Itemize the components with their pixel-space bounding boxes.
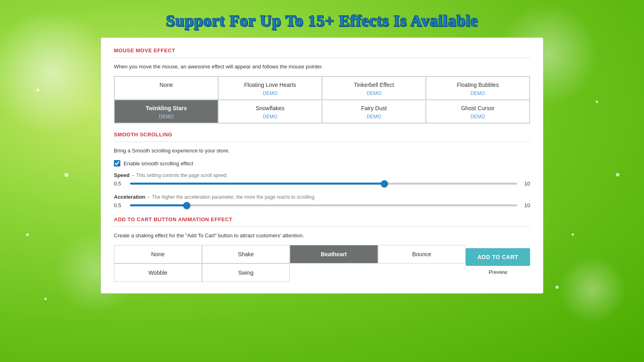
dot-decor xyxy=(616,173,619,177)
dot-decor xyxy=(555,286,559,289)
cart-btn-wobble[interactable]: Wobble xyxy=(114,263,202,282)
effect-none[interactable]: None xyxy=(114,76,218,100)
cart-row-2: Wobble Swing xyxy=(114,263,466,282)
effect-fairy-dust-demo[interactable]: DEMO xyxy=(367,114,381,119)
cart-btn-swing[interactable]: Swing xyxy=(202,263,290,282)
page-title: Support For Up To 15+ Effects Is Availab… xyxy=(0,0,644,37)
dot-decor xyxy=(596,101,598,103)
dot-decor xyxy=(36,88,39,92)
effect-floating-bubbles-demo[interactable]: DEMO xyxy=(471,90,485,96)
cart-btn-beatheart[interactable]: Beatheart xyxy=(290,245,378,263)
main-panel: MOUSE MOVE EFFECT When you move the mous… xyxy=(101,37,543,294)
cart-animation-section: ADD TO CART BUTTON ANIMATION EFFECT Crea… xyxy=(114,216,530,282)
dot-decor xyxy=(44,298,47,300)
accel-label: Acceleration xyxy=(114,194,145,200)
smooth-scrolling-checkbox[interactable] xyxy=(114,160,120,167)
effect-twinkling-stars-demo[interactable]: DEMO xyxy=(159,114,173,119)
smooth-scrolling-desc: Bring a Smooth scrolling experience to y… xyxy=(114,148,530,154)
cart-layout: None Shake Beatheart Bounce Wobble Swing… xyxy=(114,245,530,282)
speed-max: 10 xyxy=(522,181,530,187)
accel-desc: The higher the acceleration parameter, t… xyxy=(152,194,316,200)
effect-twinkling-stars[interactable]: Twinkling Stars DEMO xyxy=(114,100,218,123)
speed-label: Speed xyxy=(114,172,130,178)
effect-floating-bubbles-label: Floating Bubbles xyxy=(457,82,499,88)
dot-decor xyxy=(64,173,68,177)
speed-slider-section: Speed - This setting controls the page s… xyxy=(114,172,530,187)
mouse-effect-desc: When you move the mouse, an awesome effe… xyxy=(114,64,530,70)
cart-preview-area: ADD TO CART Preview xyxy=(466,245,530,275)
cart-buttons-area: None Shake Beatheart Bounce Wobble Swing xyxy=(114,245,466,282)
smooth-scrolling-checkbox-label[interactable]: Enable smooth scrolling effect xyxy=(124,160,193,167)
effect-none-label: None xyxy=(159,82,173,88)
effect-floating-love-hearts[interactable]: Floating Love Hearts DEMO xyxy=(218,76,322,100)
cart-animation-title: ADD TO CART BUTTON ANIMATION EFFECT xyxy=(114,216,530,222)
effect-ghost-cursor-demo[interactable]: DEMO xyxy=(471,114,485,119)
accel-slider[interactable] xyxy=(130,204,517,206)
effect-twinkling-stars-label: Twinkling Stars xyxy=(146,105,187,111)
speed-min: 0.5 xyxy=(114,181,125,187)
effect-snowflakes-label: Snowflakes xyxy=(256,105,285,111)
effect-tinkerbell-label: Tinkerbell Effect xyxy=(354,82,394,88)
accel-slider-row: 0.5 10 xyxy=(114,202,530,208)
speed-slider[interactable] xyxy=(130,183,517,185)
cart-animation-desc: Create a shaking effect for the "Add To … xyxy=(114,232,530,239)
preview-label: Preview xyxy=(489,269,507,275)
effect-floating-bubbles[interactable]: Floating Bubbles DEMO xyxy=(426,76,530,100)
effect-fairy-dust[interactable]: Fairy Dust DEMO xyxy=(322,100,426,123)
effect-snowflakes-demo[interactable]: DEMO xyxy=(263,114,277,119)
mouse-effect-section-title: MOUSE MOVE EFFECT xyxy=(114,47,530,53)
add-to-cart-button[interactable]: ADD TO CART xyxy=(466,248,530,266)
section-divider-2 xyxy=(114,142,530,142)
dot-decor xyxy=(26,233,29,236)
accel-label-row: Acceleration - The higher the accelerati… xyxy=(114,194,530,200)
effect-ghost-cursor[interactable]: Ghost Cursor DEMO xyxy=(426,100,530,123)
effect-tinkerbell-demo[interactable]: DEMO xyxy=(367,90,381,96)
speed-desc: This setting controls the page scroll sp… xyxy=(136,173,227,178)
smooth-scrolling-title: SMOOTH SCROLLING xyxy=(114,132,530,138)
mouse-effect-grid: None Floating Love Hearts DEMO Tinkerbel… xyxy=(114,76,530,123)
cart-btn-bounce[interactable]: Bounce xyxy=(378,245,466,263)
effect-fairy-dust-label: Fairy Dust xyxy=(361,105,387,111)
accel-dash: - xyxy=(148,194,149,200)
effect-ghost-cursor-label: Ghost Cursor xyxy=(461,105,494,111)
section-divider-1 xyxy=(114,58,530,58)
accel-max: 10 xyxy=(522,202,530,208)
effect-tinkerbell[interactable]: Tinkerbell Effect DEMO xyxy=(322,76,426,100)
cart-row-1: None Shake Beatheart Bounce xyxy=(114,245,466,263)
speed-dash: - xyxy=(132,172,134,178)
cart-btn-shake[interactable]: Shake xyxy=(202,245,290,263)
effect-floating-love-hearts-demo[interactable]: DEMO xyxy=(263,90,277,96)
dot-decor xyxy=(572,233,574,236)
speed-slider-row: 0.5 10 xyxy=(114,181,530,187)
accel-min: 0.5 xyxy=(114,202,125,208)
accel-slider-section: Acceleration - The higher the accelerati… xyxy=(114,194,530,208)
smooth-scrolling-section: SMOOTH SCROLLING Bring a Smooth scrollin… xyxy=(114,132,530,208)
enable-smooth-scrolling-row: Enable smooth scrolling effect xyxy=(114,160,530,167)
effect-snowflakes[interactable]: Snowflakes DEMO xyxy=(218,100,322,123)
section-divider-3 xyxy=(114,226,530,227)
effect-floating-love-hearts-label: Floating Love Hearts xyxy=(244,82,296,88)
cart-btn-none[interactable]: None xyxy=(114,245,202,263)
speed-label-row: Speed - This setting controls the page s… xyxy=(114,172,530,178)
